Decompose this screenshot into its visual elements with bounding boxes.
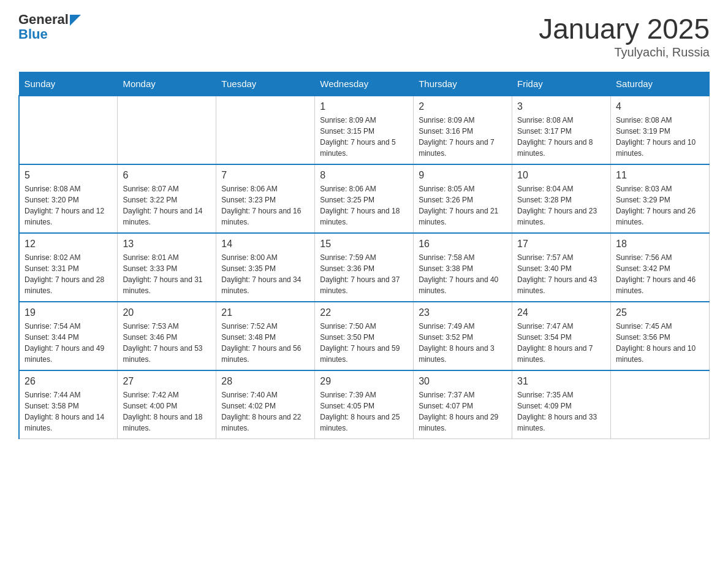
day-number: 27 <box>123 376 211 387</box>
day-number: 26 <box>25 376 112 387</box>
calendar-day-cell <box>611 370 710 439</box>
day-info: Sunrise: 8:05 AM Sunset: 3:26 PM Dayligh… <box>419 183 507 228</box>
day-number: 24 <box>517 307 605 318</box>
day-info: Sunrise: 7:42 AM Sunset: 4:00 PM Dayligh… <box>123 389 211 434</box>
calendar-week-row: 26Sunrise: 7:44 AM Sunset: 3:58 PM Dayli… <box>19 370 710 439</box>
calendar-day-cell: 15Sunrise: 7:59 AM Sunset: 3:36 PM Dayli… <box>315 233 414 302</box>
calendar-day-cell: 24Sunrise: 7:47 AM Sunset: 3:54 PM Dayli… <box>512 302 611 370</box>
day-info: Sunrise: 7:45 AM Sunset: 3:56 PM Dayligh… <box>616 321 704 365</box>
calendar-header-row: SundayMondayTuesdayWednesdayThursdayFrid… <box>19 72 710 96</box>
calendar-day-cell: 7Sunrise: 8:06 AM Sunset: 3:23 PM Daylig… <box>216 164 315 233</box>
day-info: Sunrise: 8:02 AM Sunset: 3:31 PM Dayligh… <box>25 252 112 296</box>
calendar-day-cell: 4Sunrise: 8:08 AM Sunset: 3:19 PM Daylig… <box>611 96 710 164</box>
day-number: 13 <box>123 239 211 250</box>
calendar-day-header: Monday <box>118 72 216 96</box>
day-number: 17 <box>517 239 605 250</box>
calendar-day-cell: 21Sunrise: 7:52 AM Sunset: 3:48 PM Dayli… <box>216 302 315 370</box>
svg-marker-0 <box>70 15 81 26</box>
calendar-week-row: 5Sunrise: 8:08 AM Sunset: 3:20 PM Daylig… <box>19 164 710 233</box>
calendar-day-cell <box>19 96 118 164</box>
calendar-day-cell: 30Sunrise: 7:37 AM Sunset: 4:07 PM Dayli… <box>414 370 512 439</box>
logo-triangle-icon <box>70 15 81 26</box>
calendar-week-row: 19Sunrise: 7:54 AM Sunset: 3:44 PM Dayli… <box>19 302 710 370</box>
calendar-day-cell: 8Sunrise: 8:06 AM Sunset: 3:25 PM Daylig… <box>315 164 414 233</box>
day-info: Sunrise: 8:04 AM Sunset: 3:28 PM Dayligh… <box>517 183 605 228</box>
title-block: January 2025 Tyulyachi, Russia <box>539 12 710 59</box>
day-info: Sunrise: 8:09 AM Sunset: 3:15 PM Dayligh… <box>320 115 408 159</box>
calendar-day-cell: 19Sunrise: 7:54 AM Sunset: 3:44 PM Dayli… <box>19 302 118 370</box>
day-info: Sunrise: 7:44 AM Sunset: 3:58 PM Dayligh… <box>25 389 112 434</box>
day-number: 21 <box>221 307 309 318</box>
calendar-day-cell: 25Sunrise: 7:45 AM Sunset: 3:56 PM Dayli… <box>611 302 710 370</box>
day-info: Sunrise: 8:01 AM Sunset: 3:33 PM Dayligh… <box>123 252 211 296</box>
day-number: 18 <box>616 239 704 250</box>
calendar-week-row: 1Sunrise: 8:09 AM Sunset: 3:15 PM Daylig… <box>19 96 710 164</box>
day-number: 6 <box>123 170 211 181</box>
calendar-day-header: Sunday <box>19 72 118 96</box>
calendar-day-cell: 26Sunrise: 7:44 AM Sunset: 3:58 PM Dayli… <box>19 370 118 439</box>
day-number: 22 <box>320 307 408 318</box>
day-info: Sunrise: 7:56 AM Sunset: 3:42 PM Dayligh… <box>616 252 704 296</box>
calendar-day-header: Wednesday <box>315 72 414 96</box>
calendar-day-cell: 27Sunrise: 7:42 AM Sunset: 4:00 PM Dayli… <box>118 370 216 439</box>
calendar-day-header: Thursday <box>414 72 512 96</box>
day-info: Sunrise: 7:58 AM Sunset: 3:38 PM Dayligh… <box>419 252 507 296</box>
calendar-day-cell <box>118 96 216 164</box>
calendar-day-cell: 14Sunrise: 8:00 AM Sunset: 3:35 PM Dayli… <box>216 233 315 302</box>
day-info: Sunrise: 8:03 AM Sunset: 3:29 PM Dayligh… <box>616 183 704 228</box>
day-number: 23 <box>419 307 507 318</box>
calendar-day-cell: 28Sunrise: 7:40 AM Sunset: 4:02 PM Dayli… <box>216 370 315 439</box>
calendar-title: January 2025 <box>539 12 710 45</box>
calendar-day-cell: 9Sunrise: 8:05 AM Sunset: 3:26 PM Daylig… <box>414 164 512 233</box>
calendar-day-header: Saturday <box>611 72 710 96</box>
day-number: 4 <box>616 101 704 112</box>
calendar-day-cell: 1Sunrise: 8:09 AM Sunset: 3:15 PM Daylig… <box>315 96 414 164</box>
calendar-week-row: 12Sunrise: 8:02 AM Sunset: 3:31 PM Dayli… <box>19 233 710 302</box>
calendar-day-cell: 3Sunrise: 8:08 AM Sunset: 3:17 PM Daylig… <box>512 96 611 164</box>
calendar-subtitle: Tyulyachi, Russia <box>539 45 710 59</box>
day-number: 16 <box>419 239 507 250</box>
day-info: Sunrise: 7:47 AM Sunset: 3:54 PM Dayligh… <box>517 321 605 365</box>
day-info: Sunrise: 8:09 AM Sunset: 3:16 PM Dayligh… <box>419 115 507 159</box>
day-number: 3 <box>517 101 605 112</box>
logo-text-general: General <box>18 12 69 27</box>
calendar-day-cell: 2Sunrise: 8:09 AM Sunset: 3:16 PM Daylig… <box>414 96 512 164</box>
day-info: Sunrise: 7:37 AM Sunset: 4:07 PM Dayligh… <box>419 389 507 434</box>
day-number: 7 <box>221 170 309 181</box>
day-number: 5 <box>25 170 112 181</box>
calendar-day-cell: 20Sunrise: 7:53 AM Sunset: 3:46 PM Dayli… <box>118 302 216 370</box>
calendar-day-cell: 11Sunrise: 8:03 AM Sunset: 3:29 PM Dayli… <box>611 164 710 233</box>
day-info: Sunrise: 7:50 AM Sunset: 3:50 PM Dayligh… <box>320 321 408 365</box>
day-info: Sunrise: 7:52 AM Sunset: 3:48 PM Dayligh… <box>221 321 309 365</box>
calendar-day-cell: 16Sunrise: 7:58 AM Sunset: 3:38 PM Dayli… <box>414 233 512 302</box>
day-info: Sunrise: 8:06 AM Sunset: 3:25 PM Dayligh… <box>320 183 408 228</box>
day-number: 31 <box>517 376 605 387</box>
calendar-day-cell: 6Sunrise: 8:07 AM Sunset: 3:22 PM Daylig… <box>118 164 216 233</box>
day-info: Sunrise: 8:08 AM Sunset: 3:17 PM Dayligh… <box>517 115 605 159</box>
day-info: Sunrise: 8:08 AM Sunset: 3:19 PM Dayligh… <box>616 115 704 159</box>
logo-text-blue: Blue <box>18 27 81 42</box>
day-info: Sunrise: 8:07 AM Sunset: 3:22 PM Dayligh… <box>123 183 211 228</box>
calendar-day-cell: 13Sunrise: 8:01 AM Sunset: 3:33 PM Dayli… <box>118 233 216 302</box>
day-number: 8 <box>320 170 408 181</box>
calendar-day-cell: 5Sunrise: 8:08 AM Sunset: 3:20 PM Daylig… <box>19 164 118 233</box>
day-number: 29 <box>320 376 408 387</box>
calendar-day-cell: 10Sunrise: 8:04 AM Sunset: 3:28 PM Dayli… <box>512 164 611 233</box>
calendar-day-cell: 23Sunrise: 7:49 AM Sunset: 3:52 PM Dayli… <box>414 302 512 370</box>
day-number: 11 <box>616 170 704 181</box>
day-number: 19 <box>25 307 112 318</box>
day-number: 20 <box>123 307 211 318</box>
day-number: 2 <box>419 101 507 112</box>
day-number: 15 <box>320 239 408 250</box>
day-number: 25 <box>616 307 704 318</box>
calendar-table: SundayMondayTuesdayWednesdayThursdayFrid… <box>18 72 710 439</box>
logo: General Blue <box>18 12 81 42</box>
day-info: Sunrise: 7:35 AM Sunset: 4:09 PM Dayligh… <box>517 389 605 434</box>
day-number: 1 <box>320 101 408 112</box>
day-info: Sunrise: 7:57 AM Sunset: 3:40 PM Dayligh… <box>517 252 605 296</box>
calendar-day-cell: 12Sunrise: 8:02 AM Sunset: 3:31 PM Dayli… <box>19 233 118 302</box>
day-info: Sunrise: 8:00 AM Sunset: 3:35 PM Dayligh… <box>221 252 309 296</box>
day-info: Sunrise: 7:59 AM Sunset: 3:36 PM Dayligh… <box>320 252 408 296</box>
calendar-day-cell <box>216 96 315 164</box>
calendar-day-cell: 31Sunrise: 7:35 AM Sunset: 4:09 PM Dayli… <box>512 370 611 439</box>
